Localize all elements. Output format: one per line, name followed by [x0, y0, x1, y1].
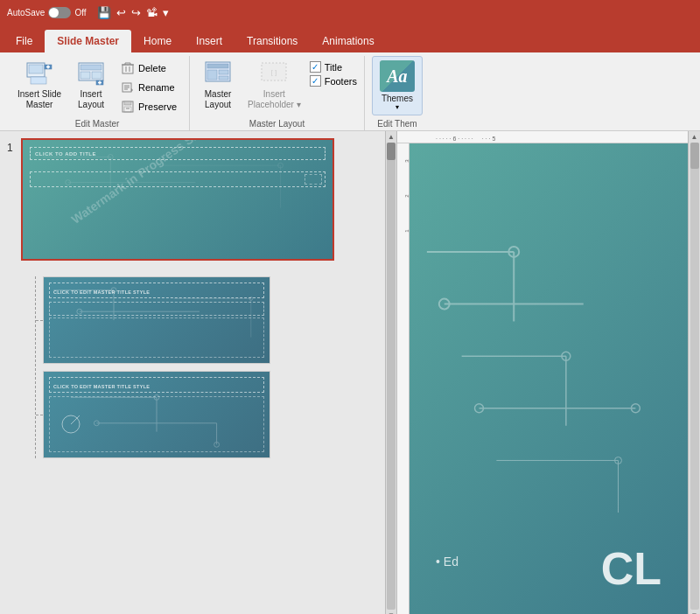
- footers-checkbox[interactable]: [310, 75, 321, 87]
- master-slide-row: 1 CLICK TO ADD TITLE: [7, 138, 385, 269]
- redo-icon[interactable]: ↪: [131, 6, 141, 19]
- master-corner-box: [304, 174, 322, 185]
- title-bar: AutoSave Off 💾 ↩ ↪ 📽 ▾: [0, 0, 700, 24]
- svg-rect-13: [122, 65, 133, 73]
- ruler-v-3: 3: [397, 159, 410, 162]
- master-layout-content: MasterLayout [ ] InsertPlaceholder ▾ Tit…: [197, 56, 357, 115]
- svg-rect-30: [207, 64, 228, 68]
- layout1-content-box2: [49, 317, 264, 358]
- svg-rect-32: [219, 70, 228, 74]
- themes-label: Themes: [382, 94, 413, 103]
- insert-slide-master-button[interactable]: Insert SlideMaster: [12, 56, 66, 114]
- layout2-thumb[interactable]: CLICK TO EDIT MASTER TITLE STYLE: [43, 371, 270, 458]
- layout1-thumb[interactable]: CLICK TO EDIT MASTER TITLE STYLE: [43, 276, 270, 364]
- canvas-scroll-thumb[interactable]: [690, 143, 699, 169]
- connector-h-1: [36, 320, 43, 321]
- svg-rect-8: [80, 72, 90, 79]
- slide-panel: 1 CLICK TO ADD TITLE: [0, 131, 385, 614]
- layout2-content-box: [49, 396, 264, 452]
- edit-theme-group: Aa Themes ▾ Edit Them: [365, 56, 430, 130]
- checkbox-group: Title Footers: [310, 56, 357, 87]
- autosave-text: AutoSave: [7, 8, 45, 17]
- preserve-icon: [121, 100, 135, 114]
- horizontal-ruler: · · · · · 6 · · · · · · · · 5: [397, 131, 700, 143]
- sub-slides-container: CLICK TO EDIT MASTER TITLE STYLE: [28, 276, 385, 458]
- undo-icon[interactable]: ↩: [116, 6, 126, 19]
- ruler-mark-6: · · · · · 6 · · · · ·: [436, 136, 473, 142]
- svg-rect-27: [124, 107, 131, 112]
- autosave-toggle[interactable]: [48, 7, 71, 18]
- scroll-thumb[interactable]: [387, 143, 396, 160]
- vertical-scrollbar-left[interactable]: ▲ ▼: [385, 131, 397, 614]
- ribbon: Insert SlideMaster InsertLayout: [0, 52, 700, 131]
- insert-placeholder-label: InsertPlaceholder ▾: [248, 89, 301, 110]
- master-layout-button[interactable]: MasterLayout: [197, 56, 239, 114]
- layout2-content: [49, 396, 264, 452]
- edit-master-content: Insert SlideMaster InsertLayout: [12, 56, 182, 115]
- present-icon[interactable]: 📽: [146, 6, 158, 19]
- delete-label: Delete: [138, 63, 166, 73]
- small-buttons-group: Delete Rename: [116, 56, 182, 115]
- rename-icon: [121, 80, 135, 94]
- scroll-up-arrow[interactable]: ▲: [388, 133, 395, 141]
- svg-text:[ ]: [ ]: [271, 68, 277, 76]
- rename-label: Rename: [138, 82, 175, 93]
- layout1-title-box: CLICK TO EDIT MASTER TITLE STYLE: [49, 283, 264, 298]
- tab-file[interactable]: File: [4, 30, 45, 52]
- connector-h-2: [36, 415, 43, 415]
- canvas-bullet-text: • Ed: [436, 555, 458, 569]
- layout1-row: CLICK TO EDIT MASTER TITLE STYLE: [43, 276, 270, 364]
- themes-dropdown-arrow: ▾: [396, 103, 399, 111]
- delete-button[interactable]: Delete: [116, 59, 182, 77]
- scroll-track[interactable]: [387, 143, 396, 610]
- insert-slide-master-icon: [25, 59, 53, 87]
- layout1-title-area: CLICK TO EDIT MASTER TITLE STYLE: [49, 283, 264, 298]
- insert-layout-label: InsertLayout: [78, 89, 104, 110]
- preserve-label: Preserve: [138, 101, 177, 112]
- edit-theme-label: Edit Them: [377, 115, 416, 129]
- connector-line: [35, 276, 36, 458]
- canvas-bullet-content: • Ed: [436, 555, 458, 569]
- ruler-v-2: 2: [397, 194, 410, 197]
- slide-number-1: 1: [7, 138, 21, 154]
- insert-layout-button[interactable]: InsertLayout: [70, 56, 112, 114]
- title-checkbox[interactable]: [310, 61, 321, 73]
- title-checkbox-label: Title: [325, 62, 342, 73]
- title-checkbox-item[interactable]: Title: [310, 61, 357, 73]
- tab-slide-master[interactable]: Slide Master: [45, 30, 131, 52]
- insert-layout-icon: [77, 59, 105, 87]
- themes-button[interactable]: Aa Themes ▾: [372, 56, 423, 115]
- master-layout-btn-label: MasterLayout: [205, 89, 232, 110]
- canvas-scroll-track[interactable]: [690, 143, 699, 610]
- more-icon[interactable]: ▾: [163, 6, 169, 19]
- rename-button[interactable]: Rename: [116, 79, 182, 96]
- svg-rect-9: [92, 72, 102, 79]
- canvas-with-ruler: 3 2 1: [397, 143, 700, 614]
- canvas-cl-text: CL: [601, 543, 662, 594]
- ruler-h-marks: · · · · · 6 · · · · · · · · 5: [410, 136, 700, 142]
- main-area: 1 CLICK TO ADD TITLE: [0, 131, 700, 614]
- sub-slides-list: CLICK TO EDIT MASTER TITLE STYLE: [43, 276, 270, 458]
- save-icon[interactable]: 💾: [97, 6, 111, 19]
- layout2-title-area: CLICK TO EDIT MASTER TITLE STYLE: [49, 377, 264, 393]
- footers-checkbox-item[interactable]: Footers: [310, 75, 357, 87]
- tab-transitions[interactable]: Transitions: [234, 30, 310, 52]
- tab-animations[interactable]: Animations: [310, 30, 386, 52]
- canvas-scroll-up[interactable]: ▲: [691, 133, 698, 141]
- edit-master-group: Insert SlideMaster InsertLayout: [5, 56, 190, 130]
- svg-rect-2: [31, 77, 46, 84]
- svg-marker-24: [131, 88, 133, 92]
- tab-insert[interactable]: Insert: [184, 30, 234, 52]
- insert-placeholder-icon: [ ]: [260, 59, 288, 87]
- tab-home[interactable]: Home: [131, 30, 184, 52]
- vertical-ruler: 3 2 1: [397, 143, 410, 614]
- svg-rect-1: [29, 65, 43, 73]
- insert-placeholder-button[interactable]: [ ] InsertPlaceholder ▾: [242, 56, 306, 114]
- canvas-area: · · · · · 6 · · · · · · · · 5 3 2 1: [397, 131, 700, 614]
- preserve-button[interactable]: Preserve: [116, 98, 182, 115]
- master-slide-title-area: CLICK TO ADD TITLE: [30, 147, 326, 160]
- master-slide-content-area: [30, 171, 326, 252]
- edit-theme-content: Aa Themes ▾: [372, 56, 423, 115]
- vertical-scrollbar-right[interactable]: ▲ ▼: [688, 131, 700, 614]
- master-slide-thumb[interactable]: CLICK TO ADD TITLE Watermark in Progress…: [21, 138, 334, 261]
